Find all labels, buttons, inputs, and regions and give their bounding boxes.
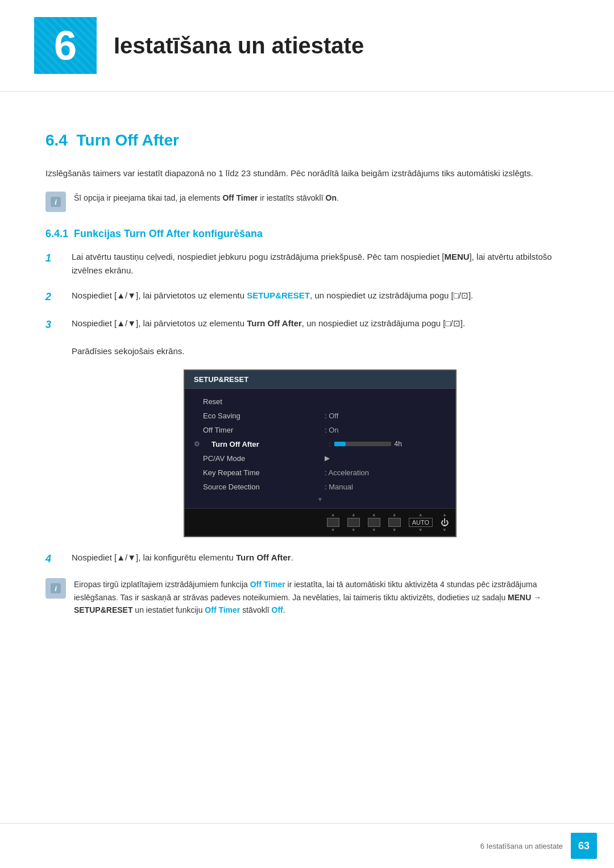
row-value-pcav: ▶ [325,454,446,462]
progress-bar-container: : 4h [329,440,447,448]
note-icon-2: i [45,578,66,599]
footer-page-number: 63 [571,833,597,859]
progress-label: 4h [395,440,402,448]
step-content-2: Nospiediet [▲/▼], lai pārvietotos uz ele… [72,289,569,302]
nav-arrow-up-left: ▲ [331,512,335,517]
nav-arrow-up-4: ▲ [392,512,397,517]
screenshot-title-bar: SETUP&RESET [185,371,455,389]
subsection-heading: 6.4.1 Funkcijas Turn Off After konfigurē… [45,228,569,240]
row-label-pcav: PC/AV Mode [194,454,325,463]
steps-list: 1 Lai atvērtu taustiņu ceļvedi, nospiedi… [45,250,569,333]
nav-btn-3: ▲ ▼ [368,512,380,533]
step-content-1: Lai atvērtu taustiņu ceļvedi, nospiediet… [72,250,569,277]
screenshot-row-reset: Reset [194,394,446,409]
screenshot: SETUP&RESET Reset Eco Saving : Off Off T… [184,369,457,537]
ss-btn-2 [347,518,360,527]
screenshot-row-sourcedetect: Source Detection : Manual [194,480,446,494]
page-header: 6 Iestatīšana un atiestate [0,0,614,85]
nav-arrow-down-left: ▼ [331,528,335,533]
nav-btn-auto: ▲ AUTO ▼ [409,512,433,533]
page-footer: 6 Iestatīšana un atiestate 63 [0,823,614,868]
step-content-3: Nospiediet [▲/▼], lai pārvietotos uz ele… [72,317,569,330]
step-3: 3 Nospiediet [▲/▼], lai pārvietotos uz e… [45,317,569,333]
step-1: 1 Lai atvērtu taustiņu ceļvedi, nospiedi… [45,250,569,277]
note-box-2: i Eiropas tirgū izplatītajiem izstrādāju… [45,578,569,616]
svg-text:i: i [55,584,57,593]
main-content: 6.4 Turn Off After Izslēgšanās taimers v… [0,109,614,678]
row-label-turnoffafter: Turn Off After [202,440,329,448]
chapter-title: Iestatīšana un atiestate [114,33,364,59]
row-value-eco: : Off [325,412,446,420]
nav-arrow-up-auto: ▲ [418,512,423,517]
nav-btn-left: ▲ ▼ [327,512,339,533]
nav-arrow-down-3: ▼ [372,528,376,533]
power-icon: ⏻ [441,518,449,527]
row-label-keyrepeat: Key Repeat Time [194,468,325,477]
ss-btn-3 [368,518,380,527]
progress-bar [334,442,391,446]
row-label-sourcedetect: Source Detection [194,483,325,491]
row-label-offtimer: Off Timer [194,426,325,434]
nav-arrow-down-auto: ▼ [418,528,423,533]
row-value-offtimer: : On [325,426,446,434]
row-label-reset: Reset [194,397,325,406]
screenshot-body: Reset Eco Saving : Off Off Timer : On ⚙ … [185,389,455,508]
step-number-3: 3 [45,317,66,333]
row-value-sourcedetect: : Manual [325,483,446,491]
nav-arrow-up-power: ▲ [442,512,447,517]
steps-list-4: 4 Nospiediet [▲/▼], lai konfigurētu elem… [45,551,569,567]
note-box-1: i Šī opcija ir pieejama tikai tad, ja el… [45,192,569,212]
step-number-4: 4 [45,551,66,567]
nav-arrow-down-power: ▼ [442,528,447,533]
row-label-eco: Eco Saving [194,412,325,420]
screenshot-row-keyrepeat: Key Repeat Time : Acceleration [194,466,446,480]
step-2: 2 Nospiediet [▲/▼], lai pārvietotos uz e… [45,289,569,305]
nav-btn-power: ▲ ⏻ ▼ [441,512,449,533]
nav-arrow-up-2: ▲ [351,512,356,517]
screenshot-row-turnoffafter: ⚙ Turn Off After : 4h [194,437,446,451]
svg-text:i: i [55,198,57,206]
chapter-number: 6 [34,17,97,74]
row-value-keyrepeat: : Acceleration [325,468,446,477]
progress-fill [334,442,346,446]
section-heading: 6.4 Turn Off After [45,131,569,149]
progress-colon: : [329,441,331,447]
ss-btn-4 [388,518,401,527]
header-divider [0,91,614,92]
nav-arrow-down-4: ▼ [392,528,397,533]
intro-text: Izslēgšanās taimers var iestatīt diapazo… [45,167,569,180]
footer-text: 6 Iestatīšana un atiestate [480,842,563,850]
step-4: 4 Nospiediet [▲/▼], lai konfigurētu elem… [45,551,569,567]
ss-btn-auto: AUTO [409,518,433,527]
screenshot-wrapper: SETUP&RESET Reset Eco Saving : Off Off T… [72,369,569,537]
note-text-2: Eiropas tirgū izplatītajiem izstrādājumi… [74,578,569,616]
sub-note-step3: Parādīsies sekojošais ekrāns. [72,344,569,358]
screenshot-row-pcav: PC/AV Mode ▶ [194,451,446,466]
step-number-1: 1 [45,250,66,267]
scroll-down-indicator: ▼ [194,494,446,502]
nav-arrow-up-3: ▲ [372,512,376,517]
note-text-1: Šī opcija ir pieejama tikai tad, ja elem… [74,192,339,204]
nav-btn-2: ▲ ▼ [347,512,360,533]
screenshot-row-offtimer: Off Timer : On [194,423,446,437]
note-icon-1: i [45,192,66,212]
screenshot-row-eco: Eco Saving : Off [194,409,446,423]
gear-icon: ⚙ [194,440,200,448]
nav-btn-4: ▲ ▼ [388,512,401,533]
nav-arrow-down-2: ▼ [351,528,356,533]
step-number-2: 2 [45,289,66,305]
row-value-turnoffafter: : 4h [329,440,447,448]
screenshot-bottom-bar: ▲ ▼ ▲ ▼ ▲ ▼ ▲ ▼ [185,508,455,536]
step-content-4: Nospiediet [▲/▼], lai konfigurētu elemen… [72,551,569,564]
ss-btn-1 [327,518,339,527]
